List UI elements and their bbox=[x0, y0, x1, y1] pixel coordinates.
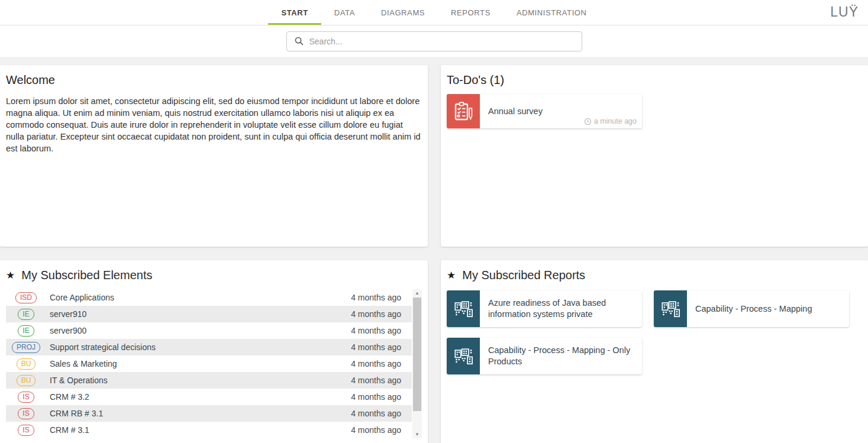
element-type-badge: BU bbox=[17, 358, 36, 370]
element-type-badge: IE bbox=[18, 309, 34, 320]
todo-checklist-icon bbox=[447, 94, 480, 128]
element-subscribed-time: 4 months ago bbox=[351, 392, 407, 402]
welcome-card: Welcome Lorem ipsum dolor sit amet, cons… bbox=[0, 65, 428, 247]
subscribed-element-row[interactable]: IS CRM RB # 3.1 4 months ago bbox=[6, 405, 412, 422]
element-subscribed-time: 4 months ago bbox=[351, 376, 407, 385]
element-type-badge: IE bbox=[18, 325, 34, 337]
element-name: Core Applications bbox=[50, 293, 351, 302]
element-subscribed-time: 4 months ago bbox=[351, 326, 407, 335]
element-type-badge: ISD bbox=[15, 292, 37, 303]
tab-reports[interactable]: REPORTS bbox=[438, 0, 504, 25]
top-nav-bar: START DATA DIAGRAMS REPORTS ADMINISTRATI… bbox=[0, 0, 868, 25]
element-type-badge: IS bbox=[18, 408, 34, 419]
subscribed-element-row[interactable]: IE server910 4 months ago bbox=[6, 306, 412, 322]
element-subscribed-time: 4 months ago bbox=[351, 293, 407, 302]
todo-item-label: Annual survey bbox=[480, 101, 551, 122]
subscribed-elements-title: ★ My Subscribed Elements bbox=[6, 269, 422, 282]
tab-start[interactable]: START bbox=[268, 0, 321, 25]
dashboard-grid: Welcome Lorem ipsum dolor sit amet, cons… bbox=[0, 57, 868, 443]
element-name: Sales & Marketing bbox=[50, 359, 351, 368]
subscribed-elements-title-text: My Subscribed Elements bbox=[21, 269, 152, 282]
search-input[interactable] bbox=[309, 37, 575, 46]
todo-timestamp: a minute ago bbox=[584, 117, 637, 125]
element-name: server910 bbox=[50, 309, 351, 319]
element-subscribed-time: 4 months ago bbox=[351, 359, 407, 368]
element-type-badge: IS bbox=[18, 392, 34, 403]
report-item-label: Capability - Process - Mapping bbox=[687, 299, 820, 319]
tab-data[interactable]: DATA bbox=[321, 0, 368, 25]
element-type-badge: IS bbox=[18, 425, 34, 436]
subscribed-elements-card: ★ My Subscribed Elements ISD Core Applic… bbox=[0, 260, 428, 443]
subscribed-element-row[interactable]: IS CRM # 3.2 4 months ago bbox=[6, 389, 412, 405]
luy-logo[interactable]: LUŸ bbox=[830, 4, 859, 20]
subscribed-elements-list: ISD Core Applications 4 months ago IE se… bbox=[6, 289, 422, 438]
element-subscribed-time: 4 months ago bbox=[351, 342, 407, 352]
subscribed-reports-title: ★ My Subscribed Reports bbox=[447, 269, 862, 282]
element-name: CRM # 3.2 bbox=[50, 392, 351, 402]
element-subscribed-time: 4 months ago bbox=[351, 309, 407, 319]
report-item-label: Azure readiness of Java based informatio… bbox=[480, 293, 642, 325]
scrollbar-up-arrow[interactable]: ▲ bbox=[412, 289, 422, 297]
scrollbar-down-arrow[interactable]: ▼ bbox=[412, 431, 422, 438]
search-section bbox=[0, 25, 868, 57]
welcome-title: Welcome bbox=[6, 73, 422, 87]
subscribed-reports-list: Azure readiness of Java based informatio… bbox=[447, 290, 862, 374]
subscribed-element-row[interactable]: ISD Core Applications 4 months ago bbox=[6, 289, 412, 306]
report-matrix-icon bbox=[654, 290, 687, 327]
element-name: Support strategical decisions bbox=[50, 342, 351, 352]
element-type-badge: PROJ bbox=[12, 342, 40, 353]
element-subscribed-time: 4 months ago bbox=[351, 409, 407, 418]
subscribed-element-row[interactable]: PROJ Support strategical decisions 4 mon… bbox=[6, 339, 412, 355]
todos-title: To-Do's (1) bbox=[447, 73, 862, 87]
scrollbar-thumb[interactable] bbox=[413, 298, 421, 411]
subscribed-reports-title-text: My Subscribed Reports bbox=[462, 269, 585, 282]
todo-time-text: a minute ago bbox=[594, 117, 637, 125]
element-name: CRM # 3.1 bbox=[50, 425, 351, 435]
todo-list: Annual survey a minute ago bbox=[447, 94, 862, 128]
main-nav: START DATA DIAGRAMS REPORTS ADMINISTRATI… bbox=[268, 0, 599, 25]
report-matrix-icon bbox=[447, 338, 480, 374]
tab-diagrams[interactable]: DIAGRAMS bbox=[368, 0, 438, 25]
element-subscribed-time: 4 months ago bbox=[351, 425, 407, 435]
element-name: CRM RB # 3.1 bbox=[50, 409, 351, 418]
report-item-label: Capability - Process - Mapping - Only Pr… bbox=[480, 340, 642, 372]
list-scrollbar[interactable]: ▲ ▼ bbox=[412, 289, 422, 438]
element-type-badge: BU bbox=[17, 375, 36, 386]
search-icon bbox=[294, 36, 304, 46]
report-capability-process-mapping[interactable]: Capability - Process - Mapping bbox=[654, 290, 849, 327]
report-azure-readiness-of-java-based-information-systems-private[interactable]: Azure readiness of Java based informatio… bbox=[447, 290, 642, 327]
subscribed-element-row[interactable]: IE server900 4 months ago bbox=[6, 322, 412, 339]
subscribed-element-row[interactable]: BU Sales & Marketing 4 months ago bbox=[6, 355, 412, 372]
subscribed-reports-card: ★ My Subscribed Reports bbox=[441, 260, 868, 443]
subscribed-element-row[interactable]: IS CRM # 3.1 4 months ago bbox=[6, 422, 412, 438]
report-matrix-icon bbox=[447, 290, 480, 327]
element-name: IT & Operations bbox=[50, 376, 351, 385]
star-icon: ★ bbox=[6, 270, 15, 280]
subscribed-element-row[interactable]: BU IT & Operations 4 months ago bbox=[6, 372, 412, 389]
search-box[interactable] bbox=[286, 31, 582, 51]
todo-annual-survey[interactable]: Annual survey a minute ago bbox=[447, 94, 642, 128]
welcome-text: Lorem ipsum dolor sit amet, consectetur … bbox=[6, 95, 422, 154]
tab-administration[interactable]: ADMINISTRATION bbox=[504, 0, 600, 25]
report-capability-process-mapping-only-products[interactable]: Capability - Process - Mapping - Only Pr… bbox=[447, 338, 642, 374]
element-name: server900 bbox=[50, 326, 351, 335]
clock-icon bbox=[584, 118, 592, 125]
todos-card: To-Do's (1) bbox=[441, 65, 868, 247]
star-icon: ★ bbox=[447, 270, 456, 280]
